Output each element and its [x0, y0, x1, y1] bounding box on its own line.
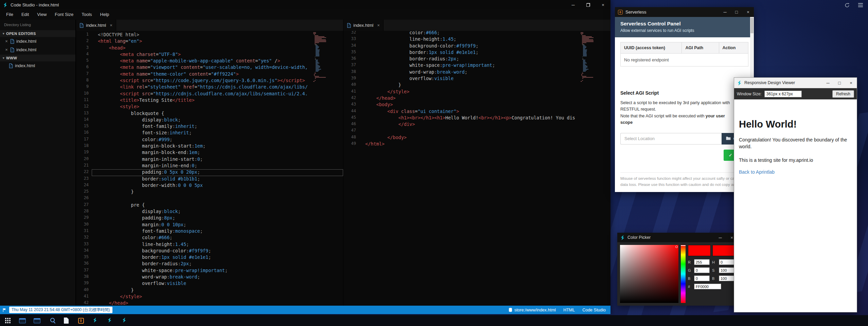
refresh-icon[interactable]	[844, 2, 850, 8]
code-line[interactable]: 42 </head>	[343, 95, 610, 102]
code-line[interactable]: 44 <div class="ui container">	[343, 109, 610, 115]
code-line[interactable]: 37 white-space:pre-wrap!important;	[343, 62, 610, 69]
maximize-icon[interactable]: □	[731, 7, 742, 17]
statusbar-file[interactable]: store:/www/index.html	[509, 308, 556, 312]
code-line[interactable]: 38 word-wrap:break-word;	[76, 274, 343, 281]
code-line[interactable]: 5 <meta name="apple-mobile-web-app-capab…	[76, 58, 343, 64]
maximize-icon[interactable]: □	[834, 78, 845, 88]
blue-field[interactable]	[694, 275, 710, 281]
code-line[interactable]: 24 border-width:0 0 0 5px	[76, 183, 343, 189]
menu-view[interactable]: View	[33, 9, 51, 20]
code-line[interactable]: 35 border:1px solid #e1e1e1;	[76, 254, 343, 261]
close-icon[interactable]: ×	[110, 23, 112, 28]
code-line[interactable]: 49</html>	[343, 141, 610, 148]
saturation-brightness-area[interactable]	[620, 245, 678, 303]
code-line[interactable]: 2<html lang="en">	[76, 38, 343, 45]
code-line[interactable]: 36 border-radius:2px;	[76, 261, 343, 267]
close-icon[interactable]: ×	[845, 78, 857, 88]
brightness-field[interactable]	[719, 275, 734, 281]
code-studio-icon[interactable]	[91, 316, 100, 325]
green-field[interactable]	[694, 267, 710, 273]
code-line[interactable]: 33 line-height:1.45;	[343, 36, 610, 43]
code-line[interactable]: 3 <head>	[76, 45, 343, 52]
code-line[interactable]: 13 blockquote {	[76, 111, 343, 117]
hex-field[interactable]	[694, 284, 721, 289]
code-editor[interactable]: 1<!DOCTYPE html>2<html lang="en">3 <head…	[76, 31, 343, 306]
minimize-icon[interactable]: ─	[566, 0, 581, 9]
close-icon[interactable]: ×	[5, 39, 8, 44]
code-line[interactable]: 27 pre {	[76, 202, 343, 209]
code-line[interactable]: 1<!DOCTYPE html>	[76, 32, 343, 38]
search-icon[interactable]	[47, 316, 56, 325]
back-to-aprintlab-link[interactable]: Back to Aprintlab	[739, 169, 775, 175]
code-line[interactable]: 15 font-family:inherit;	[76, 123, 343, 130]
code-line[interactable]: 38 word-wrap:break-word;	[343, 69, 610, 76]
code-line[interactable]: 46 </div>	[343, 121, 610, 128]
menu-font-size[interactable]: Font Size	[51, 9, 77, 20]
minimap[interactable]	[313, 32, 330, 82]
minimize-icon[interactable]: ─	[719, 7, 731, 17]
minimap[interactable]	[581, 32, 597, 82]
code-line[interactable]: 47	[343, 128, 610, 134]
section-www[interactable]: ▾ WWW	[0, 55, 75, 61]
close-icon[interactable]: ×	[5, 47, 8, 52]
code-line[interactable]: 40 }	[343, 82, 610, 89]
code-line[interactable]: 20 margin-inline-start:0;	[76, 156, 343, 163]
code-line[interactable]: 18 margin-block-start:1em;	[76, 143, 343, 150]
code-line[interactable]: 37 white-space:pre-wrap!important;	[76, 268, 343, 274]
code-line[interactable]: 16 font-size:inherit;	[76, 130, 343, 136]
code-line[interactable]: 14 display:block;	[76, 117, 343, 123]
close-icon[interactable]: ×	[596, 0, 610, 9]
open-editor-item[interactable]: × index.html	[0, 45, 75, 54]
code-line[interactable]: 31 font-family:monospace;	[76, 228, 343, 235]
scrollbar-thumb[interactable]	[750, 18, 754, 33]
menu-tools[interactable]: Tools	[77, 9, 96, 20]
window-size-input[interactable]	[764, 91, 802, 97]
code-studio-icon[interactable]	[106, 316, 114, 325]
code-line[interactable]: 30 margin:0 0 10px;	[76, 222, 343, 228]
statusbar-datetime[interactable]: Thu May 11 2023 21:54:48 GMT+0800 (台北標準時…	[9, 307, 112, 313]
color-picker-titlebar[interactable]: Color Picker ─ ×	[617, 233, 738, 242]
code-line[interactable]: 39 overflow:visible	[343, 76, 610, 82]
hue-cursor[interactable]	[681, 245, 686, 246]
red-field[interactable]	[694, 259, 710, 265]
code-line[interactable]: 23 border:solid #b1b1b1;	[76, 176, 343, 183]
code-line[interactable]: 48 </body>	[343, 135, 610, 141]
code-line[interactable]: 10 <script src="https://cdnjs.cloudflare…	[76, 91, 343, 97]
code-line[interactable]: 7 <meta name="theme-color" content="#ff9…	[76, 71, 343, 78]
menu-edit[interactable]: Edit	[17, 9, 33, 20]
code-line[interactable]: 29 padding:8px;	[76, 215, 343, 222]
code-line[interactable]: 9 <link rel="stylesheet" href="https://c…	[76, 84, 343, 91]
hue-field[interactable]	[719, 259, 734, 265]
tab-index-html[interactable]: index.html ×	[76, 20, 116, 31]
open-editor-item[interactable]: × index.html	[0, 37, 75, 45]
code-line[interactable]: 45 <h1><br></h1><h1>Hello World!<br></h1…	[343, 115, 610, 121]
menu-help[interactable]: Help	[96, 9, 113, 20]
code-line[interactable]: 41 </style>	[76, 294, 343, 300]
window-icon[interactable]	[18, 316, 27, 325]
ide-titlebar[interactable]: Code Studio - index.html ─ ×	[0, 0, 610, 9]
close-icon[interactable]: ×	[742, 7, 754, 17]
code-line[interactable]: 32 color:#666;	[343, 31, 610, 36]
code-line[interactable]: 36 border-radius:2px;	[343, 56, 610, 62]
responsive-titlebar[interactable]: Responsive Design Viewer ─ □ ×	[734, 78, 857, 88]
location-input[interactable]	[620, 133, 722, 145]
window-icon[interactable]	[33, 316, 41, 325]
code-line[interactable]: 4 <meta charset="UTF-8">	[76, 52, 343, 58]
minimize-icon[interactable]: ─	[714, 233, 726, 242]
code-line[interactable]: 17 color:#999;	[76, 137, 343, 143]
hue-slider[interactable]	[681, 245, 686, 303]
statusbar-language[interactable]: HTML	[563, 308, 575, 312]
saturation-field[interactable]	[719, 267, 734, 273]
minimize-icon[interactable]: ─	[822, 78, 834, 88]
code-line[interactable]: 40 }	[76, 287, 343, 294]
serverless-app-icon[interactable]: 0	[76, 316, 85, 325]
document-icon[interactable]	[62, 316, 71, 325]
code-line[interactable]: 41 </style>	[343, 89, 610, 95]
code-line[interactable]: 34 background-color:#f9f9f9;	[343, 43, 610, 50]
code-line[interactable]: 25 }	[76, 189, 343, 195]
code-line[interactable]: 8 <script src="https://code.jquery.com/j…	[76, 78, 343, 84]
code-line[interactable]: 35 border:1px solid #e1e1e1;	[343, 50, 610, 56]
menu-file[interactable]: File	[2, 9, 17, 20]
code-line[interactable]: 19 margin-block-end:1em;	[76, 150, 343, 156]
